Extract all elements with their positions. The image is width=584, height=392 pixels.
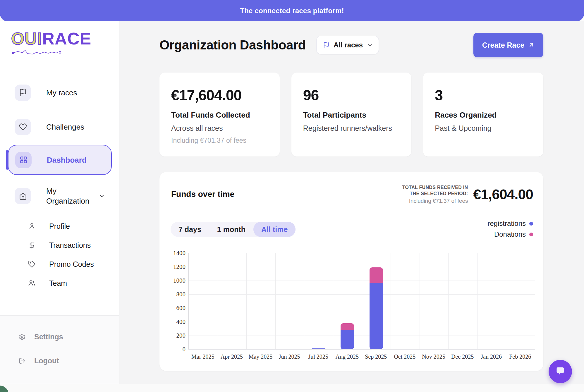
y-tick-label: 800 <box>176 291 186 298</box>
sidebar-nav: My races Challenges Dashboard My Organiz… <box>0 60 119 296</box>
donations-dot-icon <box>529 233 533 236</box>
funds-over-time-card: Funds over time TOTAL FUNDS RECEIVED IN … <box>159 172 543 371</box>
page-header: Organization Dashboard All races Create … <box>159 33 543 57</box>
stats-row: €17,604.00 Total Funds Collected Across … <box>159 73 543 157</box>
stat-subtitle: Registered runners/walkers <box>303 124 401 133</box>
screen: The connected races platform! OUIRACE My <box>0 0 584 392</box>
create-race-button[interactable]: Create Race <box>473 33 543 57</box>
sidebar-item-challenges[interactable]: Challenges <box>0 118 119 135</box>
user-icon <box>28 222 36 230</box>
sidebar-item-promo-codes[interactable]: Promo Codes <box>0 258 119 270</box>
sidebar-item-my-organization[interactable]: My Organization <box>0 186 119 206</box>
legend-label: registrations <box>487 219 526 228</box>
create-race-label: Create Race <box>482 41 525 49</box>
x-tick-label: Oct 2025 <box>394 353 415 360</box>
stat-value: €17,604.00 <box>171 88 269 103</box>
x-tick-label: Feb 2026 <box>509 353 531 360</box>
sidebar-item-label: Dashboard <box>47 155 87 165</box>
flag-icon <box>323 42 330 49</box>
sidebar-item-label: Logout <box>34 357 59 365</box>
stat-subtitle: Across all races <box>171 124 269 133</box>
x-tick-label: Jul 2025 <box>308 353 328 360</box>
chevron-down-icon <box>367 42 373 48</box>
chat-widget-button[interactable] <box>549 360 572 383</box>
dollar-icon <box>28 241 36 249</box>
legend-item-donations[interactable]: Donations <box>494 230 533 238</box>
race-filter-dropdown[interactable]: All races <box>316 36 379 54</box>
dashboard-grid-icon <box>20 156 28 164</box>
sidebar-item-settings[interactable]: Settings <box>0 331 119 343</box>
y-tick-label: 1200 <box>173 263 185 271</box>
sidebar-item-logout[interactable]: Logout <box>0 355 119 367</box>
chevron-down-icon <box>99 193 105 199</box>
sidebar-item-label: Settings <box>34 333 63 341</box>
sidebar-item-transactions[interactable]: Transactions <box>0 239 119 251</box>
legend-item-registrations[interactable]: registrations <box>487 219 533 228</box>
bar-segment-Donations <box>341 323 354 330</box>
y-tick-label: 0 <box>183 346 186 353</box>
y-tick-label: 200 <box>176 332 186 339</box>
bottom-band <box>0 384 584 392</box>
x-tick-label: May 2025 <box>249 353 273 360</box>
period-summary: TOTAL FUNDS RECEIVED IN THE SELECTED PER… <box>402 184 533 204</box>
page-title: Organization Dashboard <box>159 38 306 52</box>
sidebar-item-label: Profile <box>49 222 70 231</box>
sidebar-item-profile[interactable]: Profile <box>0 220 119 232</box>
app-layout: OUIRACE My races Challenges <box>0 21 584 384</box>
stat-title: Total Funds Collected <box>171 111 269 120</box>
sidebar-subnav: Profile Transactions Promo Codes Team <box>0 220 119 289</box>
chat-bubble-icon <box>554 366 566 377</box>
logout-icon <box>19 357 25 364</box>
top-banner: The connected races platform! <box>0 0 584 21</box>
period-amount: €1,604.00 <box>473 186 533 202</box>
sidebar-item-team[interactable]: Team <box>0 277 119 289</box>
registrations-dot-icon <box>529 222 533 226</box>
stat-card-total-participants: 96 Total Participants Registered runners… <box>291 73 412 157</box>
tab-all-time[interactable]: All time <box>253 222 296 237</box>
bar-sep-2025[interactable] <box>370 267 383 349</box>
sidebar-item-label: Transactions <box>49 241 91 250</box>
bar-segment-registrations <box>312 348 325 349</box>
stat-value: 3 <box>435 88 532 103</box>
bar-aug-2025[interactable] <box>341 323 354 349</box>
sidebar-footer: Settings Logout <box>0 315 119 384</box>
x-tick-label: Apr 2025 <box>221 353 243 360</box>
stat-card-races-organized: 3 Races Organized Past & Upcoming <box>423 73 543 157</box>
sidebar-item-label: Team <box>49 279 67 288</box>
bar-segment-Donations <box>370 267 383 283</box>
banner-text: The connected races platform! <box>240 7 344 15</box>
x-tick-label: Nov 2025 <box>422 353 445 360</box>
bar-jul-2025[interactable] <box>312 348 325 349</box>
sidebar-item-label: My Organization <box>46 186 96 206</box>
logo[interactable]: OUIRACE <box>0 21 119 60</box>
logo-route-squiggle-icon <box>11 49 63 55</box>
tab-1-month[interactable]: 1 month <box>209 222 253 237</box>
chart-title: Funds over time <box>171 190 234 199</box>
chart-header-divider <box>159 213 543 213</box>
sidebar-item-my-races[interactable]: My races <box>0 84 119 101</box>
legend-label: Donations <box>494 230 526 238</box>
logo-part-oui: OUI <box>11 29 42 48</box>
gear-icon <box>19 333 25 340</box>
stat-subtitle: Past & Upcoming <box>435 124 532 133</box>
stat-title: Races Organized <box>435 111 532 120</box>
x-tick-label: Sep 2025 <box>365 353 387 360</box>
y-tick-label: 1400 <box>173 250 185 257</box>
plot-area <box>188 253 535 350</box>
y-tick-label: 1000 <box>173 277 185 284</box>
period-label-line1: TOTAL FUNDS RECEIVED IN <box>402 184 468 190</box>
arrow-up-right-icon <box>528 42 535 48</box>
y-axis: 0200400600800100012001400 <box>159 253 185 349</box>
y-tick-label: 400 <box>176 318 186 326</box>
sidebar-item-dashboard[interactable]: Dashboard <box>8 145 112 175</box>
x-tick-label: Mar 2025 <box>191 353 214 360</box>
bar-segment-registrations <box>341 330 354 349</box>
users-icon <box>28 279 36 287</box>
main-content: Organization Dashboard All races Create … <box>119 21 584 384</box>
sidebar: OUIRACE My races Challenges <box>0 21 119 384</box>
period-label-line2: THE SELECTED PERIOD: <box>402 190 468 197</box>
tab-7-days[interactable]: 7 days <box>171 222 209 237</box>
bar-segment-registrations <box>370 283 383 349</box>
x-tick-label: Jan 2026 <box>481 353 502 360</box>
x-tick-label: Dec 2025 <box>451 353 474 360</box>
